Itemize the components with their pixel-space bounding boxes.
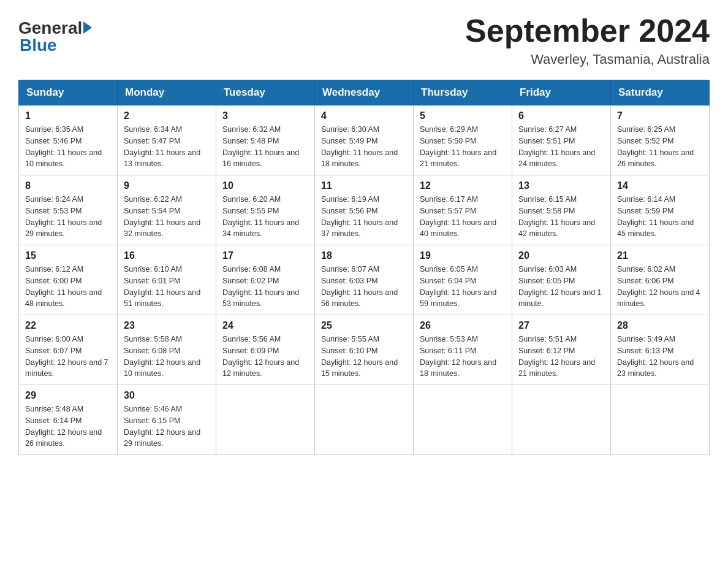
day-info: Sunrise: 5:55 AM Sunset: 6:10 PM Dayligh… (321, 334, 407, 380)
day-info: Sunrise: 5:46 AM Sunset: 6:15 PM Dayligh… (124, 404, 210, 450)
table-row: 26 Sunrise: 5:53 AM Sunset: 6:11 PM Dayl… (414, 315, 512, 385)
day-number: 3 (222, 110, 308, 121)
table-row: 19 Sunrise: 6:05 AM Sunset: 6:04 PM Dayl… (414, 245, 512, 315)
day-info: Sunrise: 5:56 AM Sunset: 6:09 PM Dayligh… (222, 334, 308, 380)
location-title: Waverley, Tasmania, Australia (465, 52, 710, 67)
header-monday: Monday (118, 80, 216, 105)
day-info: Sunrise: 5:58 AM Sunset: 6:08 PM Dayligh… (124, 334, 210, 380)
day-number: 4 (321, 110, 407, 121)
day-info: Sunrise: 6:10 AM Sunset: 6:01 PM Dayligh… (124, 264, 210, 310)
day-info: Sunrise: 6:30 AM Sunset: 5:49 PM Dayligh… (321, 124, 407, 170)
day-number: 22 (25, 320, 111, 331)
day-info: Sunrise: 6:14 AM Sunset: 5:59 PM Dayligh… (617, 194, 703, 240)
day-number: 24 (222, 320, 308, 331)
calendar-week-row: 29 Sunrise: 5:48 AM Sunset: 6:14 PM Dayl… (19, 385, 710, 455)
table-row: 13 Sunrise: 6:15 AM Sunset: 5:58 PM Dayl… (512, 175, 611, 245)
day-number: 13 (518, 180, 604, 191)
day-number: 20 (518, 250, 604, 261)
day-info: Sunrise: 6:15 AM Sunset: 5:58 PM Dayligh… (518, 194, 604, 240)
table-row: 14 Sunrise: 6:14 AM Sunset: 5:59 PM Dayl… (611, 175, 710, 245)
day-info: Sunrise: 6:00 AM Sunset: 6:07 PM Dayligh… (25, 334, 111, 380)
table-row (216, 385, 315, 455)
table-row: 25 Sunrise: 5:55 AM Sunset: 6:10 PM Dayl… (315, 315, 414, 385)
calendar-week-row: 8 Sunrise: 6:24 AM Sunset: 5:53 PM Dayli… (19, 175, 710, 245)
day-number: 7 (617, 110, 703, 121)
calendar-week-row: 22 Sunrise: 6:00 AM Sunset: 6:07 PM Dayl… (19, 315, 710, 385)
day-number: 18 (321, 250, 407, 261)
table-row: 18 Sunrise: 6:07 AM Sunset: 6:03 PM Dayl… (315, 245, 414, 315)
day-number: 6 (518, 110, 604, 121)
day-number: 11 (321, 180, 407, 191)
day-number: 27 (518, 320, 604, 331)
day-number: 29 (25, 390, 111, 401)
table-row: 22 Sunrise: 6:00 AM Sunset: 6:07 PM Dayl… (19, 315, 118, 385)
day-info: Sunrise: 6:24 AM Sunset: 5:53 PM Dayligh… (25, 194, 111, 240)
page-header: General Blue September 2024 Waverley, Ta… (18, 12, 710, 67)
table-row: 12 Sunrise: 6:17 AM Sunset: 5:57 PM Dayl… (414, 175, 512, 245)
table-row: 2 Sunrise: 6:34 AM Sunset: 5:47 PM Dayli… (118, 105, 216, 175)
day-number: 8 (25, 180, 111, 191)
logo-blue-text: Blue (20, 36, 57, 55)
table-row: 16 Sunrise: 6:10 AM Sunset: 6:01 PM Dayl… (118, 245, 216, 315)
day-number: 30 (124, 390, 210, 401)
day-number: 5 (420, 110, 506, 121)
table-row: 4 Sunrise: 6:30 AM Sunset: 5:49 PM Dayli… (315, 105, 414, 175)
month-title: September 2024 (465, 12, 710, 49)
day-info: Sunrise: 6:03 AM Sunset: 6:05 PM Dayligh… (518, 264, 604, 310)
title-area: September 2024 Waverley, Tasmania, Austr… (465, 12, 710, 67)
table-row: 15 Sunrise: 6:12 AM Sunset: 6:00 PM Dayl… (19, 245, 118, 315)
table-row: 27 Sunrise: 5:51 AM Sunset: 6:12 PM Dayl… (512, 315, 611, 385)
day-info: Sunrise: 6:05 AM Sunset: 6:04 PM Dayligh… (420, 264, 506, 310)
header-sunday: Sunday (19, 80, 118, 105)
table-row: 28 Sunrise: 5:49 AM Sunset: 6:13 PM Dayl… (611, 315, 710, 385)
day-info: Sunrise: 6:29 AM Sunset: 5:50 PM Dayligh… (420, 124, 506, 170)
day-number: 21 (617, 250, 703, 261)
day-number: 25 (321, 320, 407, 331)
day-info: Sunrise: 6:12 AM Sunset: 6:00 PM Dayligh… (25, 264, 111, 310)
table-row (414, 385, 512, 455)
day-number: 15 (25, 250, 111, 261)
day-info: Sunrise: 5:48 AM Sunset: 6:14 PM Dayligh… (25, 404, 111, 450)
calendar-table: Sunday Monday Tuesday Wednesday Thursday… (18, 80, 710, 455)
day-info: Sunrise: 6:27 AM Sunset: 5:51 PM Dayligh… (518, 124, 604, 170)
day-info: Sunrise: 6:08 AM Sunset: 6:02 PM Dayligh… (222, 264, 308, 310)
table-row (512, 385, 611, 455)
table-row: 7 Sunrise: 6:25 AM Sunset: 5:52 PM Dayli… (611, 105, 710, 175)
table-row: 3 Sunrise: 6:32 AM Sunset: 5:48 PM Dayli… (216, 105, 315, 175)
table-row (611, 385, 710, 455)
calendar-week-row: 15 Sunrise: 6:12 AM Sunset: 6:00 PM Dayl… (19, 245, 710, 315)
day-number: 23 (124, 320, 210, 331)
day-number: 14 (617, 180, 703, 191)
day-number: 17 (222, 250, 308, 261)
table-row: 9 Sunrise: 6:22 AM Sunset: 5:54 PM Dayli… (118, 175, 216, 245)
header-saturday: Saturday (611, 80, 710, 105)
day-number: 9 (124, 180, 210, 191)
day-info: Sunrise: 6:35 AM Sunset: 5:46 PM Dayligh… (25, 124, 111, 170)
table-row: 23 Sunrise: 5:58 AM Sunset: 6:08 PM Dayl… (118, 315, 216, 385)
day-info: Sunrise: 5:53 AM Sunset: 6:11 PM Dayligh… (420, 334, 506, 380)
day-number: 16 (124, 250, 210, 261)
day-number: 12 (420, 180, 506, 191)
day-info: Sunrise: 6:32 AM Sunset: 5:48 PM Dayligh… (222, 124, 308, 170)
table-row: 8 Sunrise: 6:24 AM Sunset: 5:53 PM Dayli… (19, 175, 118, 245)
table-row: 30 Sunrise: 5:46 AM Sunset: 6:15 PM Dayl… (118, 385, 216, 455)
table-row: 21 Sunrise: 6:02 AM Sunset: 6:06 PM Dayl… (611, 245, 710, 315)
table-row: 5 Sunrise: 6:29 AM Sunset: 5:50 PM Dayli… (414, 105, 512, 175)
table-row: 17 Sunrise: 6:08 AM Sunset: 6:02 PM Dayl… (216, 245, 315, 315)
day-number: 10 (222, 180, 308, 191)
table-row: 10 Sunrise: 6:20 AM Sunset: 5:55 PM Dayl… (216, 175, 315, 245)
day-info: Sunrise: 6:22 AM Sunset: 5:54 PM Dayligh… (124, 194, 210, 240)
day-info: Sunrise: 6:34 AM Sunset: 5:47 PM Dayligh… (124, 124, 210, 170)
day-info: Sunrise: 6:20 AM Sunset: 5:55 PM Dayligh… (222, 194, 308, 240)
table-row: 11 Sunrise: 6:19 AM Sunset: 5:56 PM Dayl… (315, 175, 414, 245)
day-info: Sunrise: 5:49 AM Sunset: 6:13 PM Dayligh… (617, 334, 703, 380)
day-number: 28 (617, 320, 703, 331)
table-row: 6 Sunrise: 6:27 AM Sunset: 5:51 PM Dayli… (512, 105, 611, 175)
header-friday: Friday (512, 80, 611, 105)
calendar-week-row: 1 Sunrise: 6:35 AM Sunset: 5:46 PM Dayli… (19, 105, 710, 175)
day-number: 26 (420, 320, 506, 331)
day-number: 19 (420, 250, 506, 261)
day-info: Sunrise: 6:02 AM Sunset: 6:06 PM Dayligh… (617, 264, 703, 310)
header-thursday: Thursday (414, 80, 512, 105)
day-info: Sunrise: 6:17 AM Sunset: 5:57 PM Dayligh… (420, 194, 506, 240)
